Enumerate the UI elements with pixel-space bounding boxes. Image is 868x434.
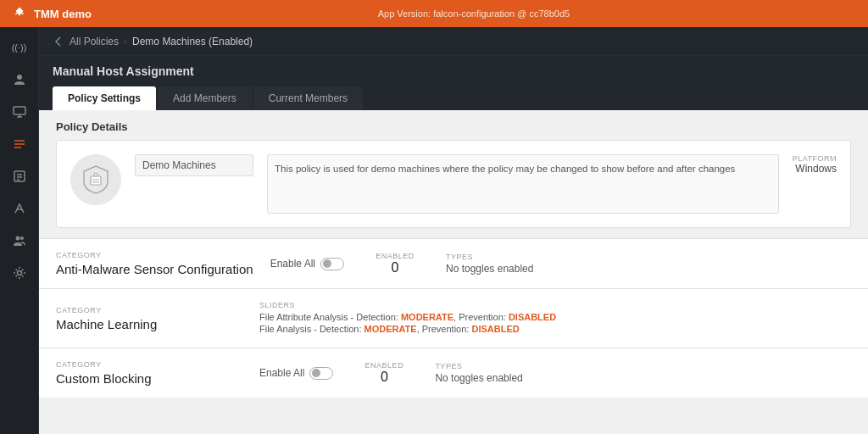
svg-point-18: [94, 173, 97, 176]
toggles-value: No toggles enabled: [446, 263, 851, 275]
toggles-value: No toggles enabled: [435, 372, 851, 384]
main-layout: ((·)) All Policies › Demo Machines: [0, 27, 868, 434]
sidebar-item-signal[interactable]: ((·)): [6, 34, 33, 61]
category-label: CATEGORY: [56, 360, 242, 369]
page-title: Manual Host Assignment: [53, 64, 854, 78]
enable-all-toggle[interactable]: [309, 367, 333, 380]
policy-name: Demo Machines: [135, 154, 253, 176]
enabled-value: 0: [350, 370, 418, 385]
tab-current-members[interactable]: Current Members: [253, 86, 363, 110]
category-info: CATEGORY Custom Blocking: [56, 360, 242, 386]
sidebar-item-report[interactable]: [6, 163, 33, 190]
breadcrumb-current: Demo Machines (Enabled): [132, 36, 253, 47]
category-name: Machine Learning: [56, 317, 242, 331]
tab-policy-settings[interactable]: Policy Settings: [53, 86, 156, 110]
toggles-label: TYPES: [435, 362, 851, 370]
page-header: Manual Host Assignment Policy Settings A…: [39, 56, 868, 110]
prevention-value: DISABLED: [471, 324, 519, 334]
sidebar-item-settings[interactable]: [6, 259, 33, 287]
policy-name-box: Demo Machines: [135, 154, 253, 176]
sliders-info: SLIDERS File Attribute Analysis - Detect…: [259, 301, 851, 336]
svg-point-14: [17, 271, 21, 275]
toggles-label: TYPES: [446, 253, 851, 261]
sidebar-item-monitor[interactable]: [6, 98, 33, 125]
svg-point-13: [20, 236, 24, 240]
breadcrumb-separator: ›: [124, 36, 127, 47]
main-content: Policy Details Demo Machines This policy…: [39, 110, 868, 434]
slider-entry: File Attribute Analysis - Detection: MOD…: [259, 312, 851, 322]
detection-value: MODERATE: [401, 312, 453, 322]
slider-entry: File Analysis - Detection: MODERATE, Pre…: [259, 324, 851, 334]
categories-list: CATEGORY Anti-Malware Sensor Configurati…: [39, 238, 868, 398]
prevention-value: DISABLED: [509, 312, 556, 322]
enable-all: Enable All: [270, 258, 344, 270]
enable-all: Enable All: [259, 367, 333, 380]
policy-description: This policy is used for demo machines wh…: [267, 154, 779, 214]
platform-label: PLATFORM: [793, 154, 837, 163]
sliders-label: SLIDERS: [259, 301, 851, 309]
app-title: TMM demo: [34, 8, 92, 20]
category-row: CATEGORY Custom Blocking Enable All ENAB…: [39, 348, 868, 398]
sidebar-item-network[interactable]: [6, 195, 33, 222]
sidebar-item-user[interactable]: [6, 66, 33, 93]
toggles-info: TYPES No toggles enabled: [446, 253, 851, 275]
tab-add-members[interactable]: Add Members: [158, 86, 252, 110]
enabled-label: ENABLED: [350, 361, 418, 370]
enabled-count: ENABLED 0: [350, 361, 418, 385]
toggles-info: TYPES No toggles enabled: [435, 362, 851, 384]
enable-all-label: Enable All: [270, 258, 315, 270]
app-version: App Version: falcon-configuration @ cc78…: [92, 8, 856, 19]
svg-point-0: [17, 75, 22, 80]
category-label: CATEGORY: [56, 306, 242, 314]
policy-platform: PLATFORM Windows: [793, 154, 837, 175]
policy-card: Demo Machines This policy is used for de…: [56, 140, 851, 228]
svg-rect-15: [91, 176, 101, 185]
enable-all-label: Enable All: [259, 367, 304, 379]
platform-value: Windows: [793, 163, 837, 175]
category-row: CATEGORY Anti-Malware Sensor Configurati…: [39, 238, 868, 288]
back-icon: [53, 36, 64, 47]
enabled-value: 0: [361, 260, 429, 275]
detection-value: MODERATE: [364, 324, 417, 334]
sidebar-item-policy[interactable]: [6, 131, 33, 158]
category-name: Anti-Malware Sensor Configuration: [56, 262, 253, 276]
section-title: Policy Details: [39, 110, 868, 140]
category-info: CATEGORY Anti-Malware Sensor Configurati…: [56, 251, 253, 276]
content-area: All Policies › Demo Machines (Enabled) M…: [39, 27, 868, 434]
breadcrumb-all-policies[interactable]: All Policies: [70, 36, 119, 47]
enabled-count: ENABLED 0: [361, 252, 429, 275]
sidebar-item-group[interactable]: [6, 227, 33, 254]
category-info: CATEGORY Machine Learning: [56, 306, 242, 331]
svg-point-12: [15, 236, 19, 241]
category-row: CATEGORY Machine Learning SLIDERS File A…: [39, 288, 868, 348]
enable-all-toggle[interactable]: [320, 258, 344, 270]
sidebar: ((·)): [0, 27, 39, 434]
category-name: Custom Blocking: [56, 371, 242, 386]
category-label: CATEGORY: [56, 251, 253, 259]
policy-icon: [70, 154, 121, 205]
enabled-label: ENABLED: [361, 252, 429, 260]
svg-rect-1: [14, 107, 25, 114]
falcon-logo-icon: [12, 6, 27, 21]
top-bar: TMM demo App Version: falcon-configurati…: [0, 0, 868, 27]
tabs: Policy Settings Add Members Current Memb…: [53, 86, 854, 110]
breadcrumb: All Policies › Demo Machines (Enabled): [39, 27, 868, 56]
